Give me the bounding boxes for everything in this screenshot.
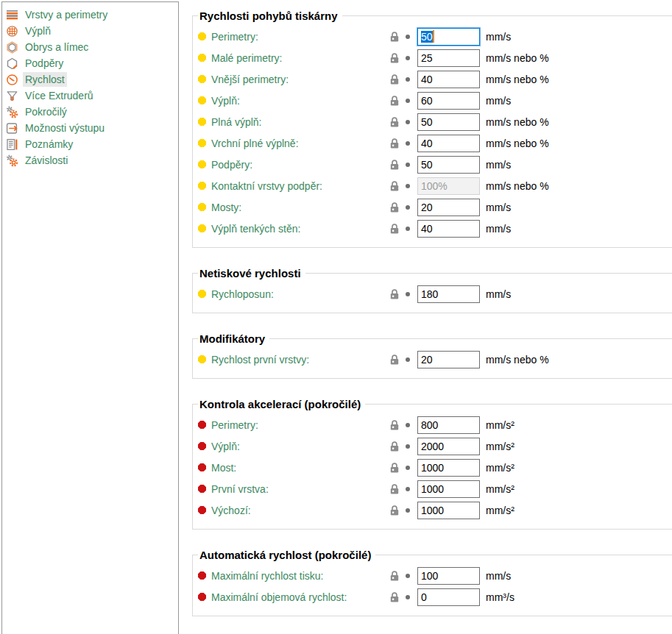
lock-icon[interactable] [389,31,400,43]
section-autospeed: Automatická rychlost (pokročilé)Maximáln… [192,549,672,616]
option-label-cell: Vnější perimetry: [198,74,389,85]
unit-label: mm/s nebo % [486,52,549,64]
lock-icon[interactable] [389,95,400,107]
lock-icon[interactable] [389,483,400,495]
setting-row: Podpěry:50mm/s [198,154,672,175]
option-bullet-icon [198,506,206,514]
option-input[interactable]: 100 [417,567,480,585]
option-label-cell: Výplň: [198,95,389,107]
option-label-cell: Maximální rychlost tisku: [198,570,389,582]
unit-label: mm/s nebo % [486,116,549,128]
option-input[interactable]: 25 [417,49,480,67]
sidebar-item-skirt-and-brim[interactable]: Obrys a límec [2,39,178,55]
sidebar-item-label: Podpěry [23,56,66,71]
option-bullet-icon [198,463,206,471]
value-indicator-dot [406,77,410,82]
sidebar-item-multiple-extruders[interactable]: Více Extruderů [2,88,178,104]
sidebar-item-output-options[interactable]: Možnosti výstupu [2,120,178,136]
option-input[interactable]: 50 [417,113,480,131]
value-indicator-dot [406,466,410,470]
layers-icon [6,9,18,21]
lock-icon[interactable] [389,159,400,171]
setting-row: Rychloposun:180mm/s [198,283,672,304]
unit-label: mm/s nebo % [486,138,549,149]
option-bullet-icon [198,203,206,211]
sidebar-item-label: Více Extruderů [23,88,96,103]
option-input[interactable]: 1000 [417,480,480,498]
sidebar-item-layers-and-perimeters[interactable]: Vrstvy a perimetry [2,7,178,23]
option-label: Vnější perimetry: [211,74,289,85]
option-input[interactable]: 1000 [417,459,480,477]
value-indicator-dot [406,35,410,39]
sidebar-item-notes[interactable]: Poznámky [2,136,178,152]
infill-icon [6,25,18,38]
lock-icon[interactable] [389,419,400,431]
lock-icon[interactable] [389,462,400,474]
sidebar-item-infill[interactable]: Výplň [2,23,178,39]
output-options-icon [6,122,18,135]
option-input[interactable]: 50 [417,28,480,46]
option-bullet-icon [198,182,206,190]
sidebar-item-label: Závislosti [23,153,70,168]
option-input[interactable]: 40 [417,135,480,152]
value-indicator-dot [406,357,410,362]
unit-label: mm/s nebo % [486,354,549,366]
option-input[interactable]: 40 [417,71,480,88]
option-input[interactable]: 180 [417,285,480,303]
lock-icon[interactable] [389,505,400,516]
option-bullet-icon [198,421,206,429]
lock-icon[interactable] [389,223,400,235]
sidebar-item-speed[interactable]: Rychlost [2,71,178,88]
option-input[interactable]: 20 [417,199,480,216]
option-bullet-icon [198,442,206,450]
option-label-cell: Výplň: [198,441,389,452]
sidebar-item-dependencies[interactable]: Závislosti [2,152,178,168]
lock-icon[interactable] [389,570,400,582]
value-indicator-dot [406,184,410,188]
setting-row: Výchozí:1000mm/s² [198,499,672,521]
sidebar-item-label: Možnosti výstupu [23,121,107,135]
sidebar-item-supports[interactable]: Podpěry [2,55,178,71]
option-bullet-icon [198,571,206,580]
option-input[interactable]: 60 [417,92,480,110]
section-modifiers: ModifikátoryRychlost první vrstvy:20mm/s… [192,332,672,379]
lock-icon[interactable] [389,116,400,128]
option-input[interactable]: 40 [417,220,480,238]
option-input[interactable]: 0 [417,588,480,606]
lock-icon[interactable] [389,180,400,192]
option-input[interactable]: 50 [417,156,480,174]
option-input[interactable]: 800 [417,416,480,434]
notes-icon [6,138,18,151]
sidebar-item-advanced[interactable]: Pokročilý [2,104,178,120]
lock-icon[interactable] [389,138,400,149]
unit-label: mm/s [486,159,511,171]
lock-icon[interactable] [389,591,400,603]
lock-icon[interactable] [389,202,400,213]
lock-icon[interactable] [389,52,400,64]
lock-icon[interactable] [389,441,400,452]
lock-icon[interactable] [389,354,400,366]
setting-row: Vnější perimetry:40mm/s nebo % [198,68,672,90]
speed-icon [6,74,18,86]
option-label: Rychlost první vrstvy: [211,354,309,366]
value-indicator-dot [406,227,410,231]
value-indicator-dot [406,292,410,296]
option-label: Výchozí: [211,505,251,516]
option-label: Vrchní plné výplně: [211,138,299,149]
lock-icon[interactable] [389,288,400,300]
option-label: Podpěry: [211,159,252,171]
option-label: První vrstva: [211,483,269,495]
value-indicator-dot [406,487,410,491]
option-input[interactable]: 2000 [417,438,480,455]
setting-row: Výplň:60mm/s [198,90,672,111]
setting-row: Výplň:2000mm/s² [198,435,672,457]
option-label: Perimetry: [211,31,258,43]
option-input[interactable]: 1000 [417,502,480,519]
option-input[interactable]: 20 [417,351,480,368]
value-indicator-dot [406,595,410,599]
lock-icon[interactable] [389,74,400,85]
text-caret [433,30,434,43]
option-label-cell: Most: [198,462,389,474]
option-label-cell: Výplň tenkých stěn: [198,223,389,235]
section-acceleration-control: Kontrola akcelerací (pokročilé)Perimetry… [192,398,672,530]
